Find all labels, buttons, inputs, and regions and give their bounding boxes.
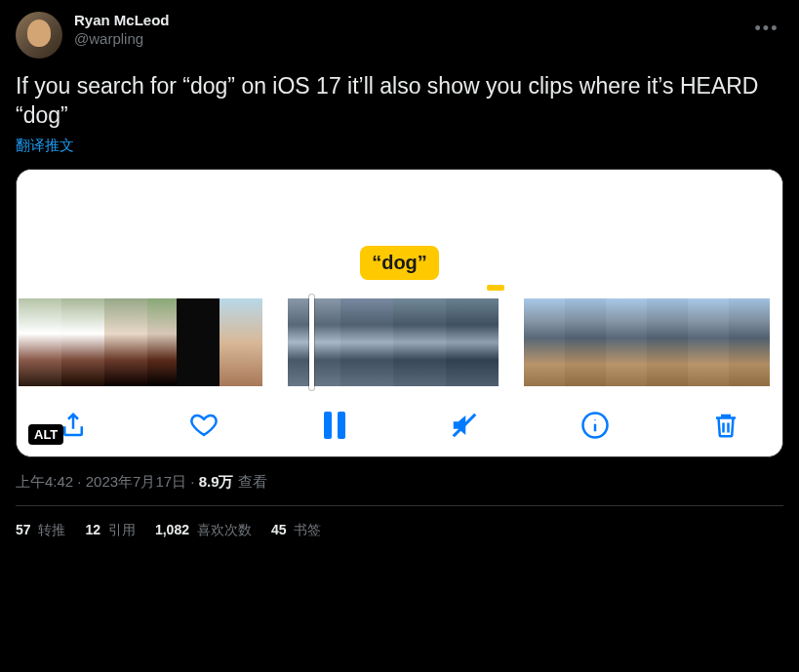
media-card[interactable]: “dog” [16, 169, 783, 457]
info-icon[interactable] [576, 406, 615, 445]
clip-thumb[interactable] [393, 298, 446, 386]
mute-icon[interactable] [445, 406, 484, 445]
trash-icon[interactable] [706, 406, 745, 445]
tweet-text: If you search for “dog” on iOS 17 it’ll … [16, 72, 783, 131]
clip-thumb[interactable] [729, 298, 770, 386]
author-handle[interactable]: @warpling [74, 30, 739, 49]
clip-thumb[interactable] [688, 298, 729, 386]
clip-thumb[interactable] [288, 298, 340, 386]
clip-thumb[interactable] [524, 298, 565, 386]
video-timeline[interactable] [17, 298, 782, 386]
clip-thumb[interactable] [340, 298, 393, 386]
svg-point-3 [594, 418, 596, 420]
alt-badge[interactable]: ALT [28, 424, 63, 445]
bookmarks-label: 书签 [290, 522, 321, 537]
avatar[interactable] [16, 12, 62, 59]
author-names: Ryan McLeod @warpling [74, 12, 739, 49]
more-button[interactable]: ••• [750, 12, 783, 45]
tweet-container: Ryan McLeod @warpling ••• If you search … [0, 0, 799, 555]
clip-thumb[interactable] [220, 298, 262, 386]
clip-group[interactable] [524, 298, 770, 386]
clip-thumb[interactable] [19, 298, 61, 386]
clip-thumb[interactable] [446, 298, 499, 386]
meta-sep: · [186, 473, 199, 490]
bookmarks-stat[interactable]: 45 书签 [271, 522, 321, 539]
pause-icon[interactable] [315, 406, 354, 445]
search-tag: “dog” [360, 246, 439, 280]
tweet-header: Ryan McLeod @warpling ••• [16, 12, 783, 59]
views-label: 查看 [234, 473, 267, 490]
search-tag-wrap: “dog” [17, 246, 782, 280]
views-count[interactable]: 8.9万 [199, 473, 234, 490]
likes-count: 1,082 [155, 522, 189, 537]
search-tag-marker [487, 285, 504, 291]
quotes-count: 12 [85, 522, 100, 537]
meta-sep: · [73, 473, 86, 490]
bookmarks-count: 45 [271, 522, 287, 537]
clip-thumb[interactable] [606, 298, 647, 386]
quotes-label: 引用 [104, 522, 136, 537]
likes-label: 喜欢次数 [193, 522, 252, 537]
likes-stat[interactable]: 1,082 喜欢次数 [155, 522, 252, 539]
clip-thumb[interactable] [61, 298, 104, 386]
media-toolbar [17, 386, 782, 447]
media-inner: “dog” [17, 170, 782, 456]
tweet-meta: 上午4:42 · 2023年7月17日 · 8.9万 查看 [16, 473, 783, 492]
translate-link[interactable]: 翻译推文 [16, 137, 783, 155]
clip-group[interactable] [288, 298, 499, 386]
retweets-count: 57 [16, 522, 31, 537]
quotes-stat[interactable]: 12 引用 [85, 522, 135, 539]
author-display-name[interactable]: Ryan McLeod [74, 12, 739, 30]
retweets-stat[interactable]: 57 转推 [16, 522, 65, 539]
meta-time[interactable]: 上午4:42 [16, 473, 73, 490]
playhead[interactable] [309, 295, 314, 390]
clip-thumb[interactable] [565, 298, 606, 386]
clip-group[interactable] [19, 298, 262, 386]
heart-icon[interactable] [184, 406, 223, 445]
clip-thumb[interactable] [147, 298, 177, 386]
retweets-label: 转推 [35, 522, 66, 537]
clip-thumb[interactable] [104, 298, 147, 386]
meta-date[interactable]: 2023年7月17日 [86, 473, 186, 490]
clip-thumb[interactable] [177, 298, 220, 386]
engagement-row: 57 转推 12 引用 1,082 喜欢次数 45 书签 [16, 506, 783, 555]
clip-thumb[interactable] [647, 298, 688, 386]
